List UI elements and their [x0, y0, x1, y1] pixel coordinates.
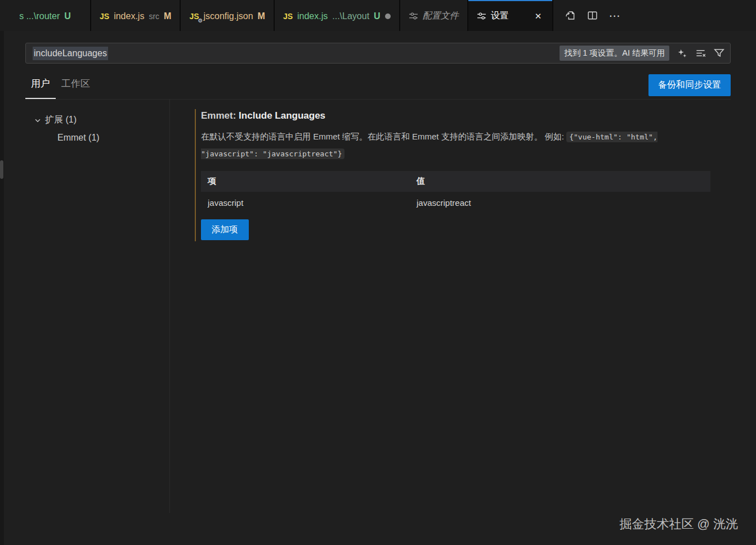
add-item-button[interactable]: 添加项	[201, 219, 249, 240]
editor-tab-bar: s ...\router U JS index.js src M JS⚙ jsc…	[0, 0, 756, 31]
left-edge-strip	[0, 31, 4, 545]
table-cell-key: javascript	[201, 192, 410, 214]
search-query-text: includeLanguages	[33, 47, 108, 60]
toc-item-label: Emmet (1)	[57, 133, 100, 143]
vscode-window: s ...\router U JS index.js src M JS⚙ jsc…	[0, 0, 756, 545]
more-actions-icon[interactable]: ⋯	[606, 7, 623, 24]
setting-description: 在默认不受支持的语言中启用 Emmet 缩写。在此语言和 Emmet 支持的语言…	[201, 128, 713, 162]
setting-emmet-include-languages: Emmet: Include Languages 在默认不受支持的语言中启用 E…	[195, 109, 731, 241]
toc-item-extensions[interactable]: 扩展 (1)	[0, 111, 169, 129]
include-languages-table: 项 值 javascript javascriptreact	[201, 171, 710, 214]
tab-index-js-src[interactable]: JS index.js src M	[91, 0, 180, 31]
tab-description: ...\Layout	[332, 11, 369, 21]
git-status-badge: U	[374, 11, 381, 21]
split-editor-icon[interactable]	[584, 7, 601, 24]
settings-body: 扩展 (1) Emmet (1) Emmet: Include Language…	[0, 100, 756, 513]
clear-search-results-icon[interactable]	[695, 48, 706, 58]
js-file-icon: JS	[283, 12, 293, 21]
git-status-badge: U	[64, 11, 71, 21]
settings-search-row: includeLanguages 找到 1 项设置。AI 结果可用	[25, 43, 731, 64]
search-result-count-badge: 找到 1 项设置。AI 结果可用	[560, 46, 669, 61]
tab-index-js-layout[interactable]: JS index.js ...\Layout U	[275, 0, 399, 31]
scope-tab-workspace[interactable]: 工作区	[56, 71, 96, 99]
git-status-badge: M	[258, 11, 265, 21]
chevron-down-icon	[34, 116, 42, 124]
tab-label: jsconfig.json	[204, 11, 253, 21]
setting-category: Emmet:	[201, 110, 236, 121]
tab-profiles[interactable]: 配置文件	[400, 0, 467, 31]
tab-jsconfig-json[interactable]: JS⚙ jsconfig.json M	[181, 0, 274, 31]
tab-description: src	[149, 12, 159, 21]
tab-router-index[interactable]: s ...\router U	[0, 0, 90, 31]
settings-search-input[interactable]: includeLanguages 找到 1 项设置。AI 结果可用	[25, 43, 731, 64]
js-file-icon: JS	[100, 12, 109, 21]
settings-sliders-icon	[409, 11, 418, 21]
git-status-badge: M	[164, 11, 171, 21]
setting-description-text: 在默认不受支持的语言中启用 Emmet 缩写。在此语言和 Emmet 支持的语言…	[201, 132, 566, 141]
settings-toc: 扩展 (1) Emmet (1)	[0, 100, 170, 513]
scope-tab-user[interactable]: 用户	[25, 71, 56, 99]
tab-label: s ...\router	[19, 11, 60, 21]
column-header-value: 值	[410, 171, 710, 192]
tab-settings[interactable]: 设置 ✕	[468, 0, 553, 31]
editor-actions: ⋯	[553, 0, 756, 31]
setting-title: Emmet: Include Languages	[201, 110, 731, 121]
ai-sparkle-icon[interactable]	[677, 48, 687, 58]
tab-label: 配置文件	[423, 10, 459, 22]
jsconfig-file-icon: JS⚙	[189, 12, 199, 21]
table-cell-value: javascriptreact	[410, 192, 710, 214]
backup-sync-settings-button[interactable]: 备份和同步设置	[648, 74, 731, 96]
table-row[interactable]: javascript javascriptreact	[201, 192, 710, 214]
open-settings-json-icon[interactable]	[561, 7, 578, 24]
tab-label: index.js	[114, 11, 144, 21]
watermark-text: 掘金技术社区 @ 洸洸	[619, 516, 738, 533]
table-header-row: 项 值	[201, 171, 710, 192]
setting-name: Include Languages	[239, 110, 325, 121]
toc-item-emmet[interactable]: Emmet (1)	[0, 129, 169, 146]
close-tab-icon[interactable]: ✕	[533, 10, 544, 22]
tab-label: 设置	[491, 10, 509, 22]
toc-item-label: 扩展 (1)	[45, 114, 77, 126]
filter-icon[interactable]	[714, 48, 724, 58]
settings-main-panel: Emmet: Include Languages 在默认不受支持的语言中启用 E…	[170, 100, 756, 513]
unsaved-changes-dot	[385, 13, 391, 19]
tab-label: index.js	[297, 11, 328, 21]
gear-overlay-icon: ⚙	[198, 17, 203, 24]
scrollbar-handle[interactable]	[0, 160, 3, 179]
settings-scope-row: 用户 工作区 备份和同步设置	[25, 71, 731, 100]
column-header-key: 项	[201, 171, 410, 192]
settings-sliders-icon	[477, 11, 486, 21]
